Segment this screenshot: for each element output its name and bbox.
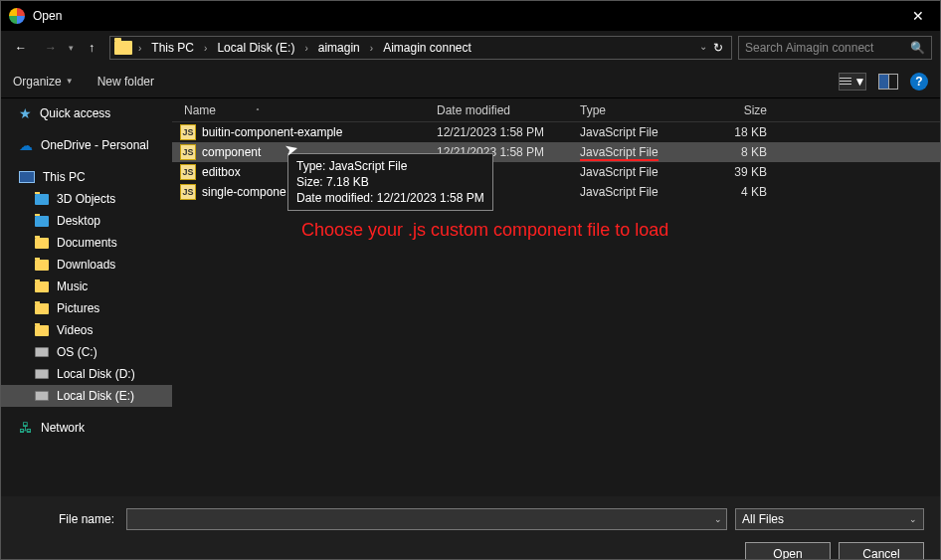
sidebar-quick-access[interactable]: ★Quick access bbox=[1, 102, 172, 124]
js-file-icon: JS bbox=[180, 164, 196, 180]
folder-icon bbox=[35, 325, 49, 336]
sidebar-documents[interactable]: Documents bbox=[1, 232, 172, 254]
cancel-button[interactable]: Cancel bbox=[839, 542, 924, 560]
folder-icon bbox=[35, 216, 49, 227]
folder-icon bbox=[35, 260, 49, 271]
file-tooltip: Type: JavaScript File Size: 7.18 KB Date… bbox=[287, 153, 493, 211]
forward-button[interactable]: → bbox=[39, 36, 63, 60]
network-icon: 🖧 bbox=[19, 420, 33, 436]
chrome-icon bbox=[9, 8, 25, 24]
sidebar-this-pc[interactable]: This PC bbox=[1, 166, 172, 188]
organize-menu[interactable]: Organize ▼ bbox=[13, 75, 74, 89]
folder-icon bbox=[35, 281, 49, 292]
star-icon: ★ bbox=[19, 105, 32, 121]
column-header-date[interactable]: Date modified bbox=[437, 103, 580, 117]
sidebar-onedrive[interactable]: ☁OneDrive - Personal bbox=[1, 134, 172, 156]
new-folder-label: New folder bbox=[97, 75, 154, 89]
drive-icon bbox=[35, 347, 49, 357]
sidebar-local-disk-d[interactable]: Local Disk (D:) bbox=[1, 363, 172, 385]
sidebar-desktop[interactable]: Desktop bbox=[1, 210, 172, 232]
search-placeholder: Search Aimagin connect bbox=[745, 41, 910, 55]
crumb-folder2[interactable]: Aimagin connect bbox=[379, 39, 475, 57]
folder-icon bbox=[35, 194, 49, 205]
annotation-text: Choose your .js custom component file to… bbox=[301, 220, 668, 241]
window-title: Open bbox=[33, 9, 895, 23]
sidebar-local-disk-e[interactable]: Local Disk (E:) bbox=[1, 385, 172, 407]
chevron-down-icon: ▼ bbox=[66, 77, 74, 86]
cloud-icon: ☁ bbox=[19, 137, 33, 153]
folder-icon bbox=[35, 238, 49, 249]
file-row[interactable]: JS buitin-component-example 12/21/2023 1… bbox=[172, 122, 940, 142]
column-header-name[interactable]: Name˄ bbox=[180, 103, 437, 117]
chevron-right-icon[interactable]: › bbox=[368, 43, 375, 54]
preview-pane-button[interactable] bbox=[878, 74, 898, 90]
sidebar: ★Quick access ☁OneDrive - Personal This … bbox=[1, 98, 172, 496]
filename-input[interactable]: ⌄ bbox=[126, 508, 727, 530]
new-folder-button[interactable]: New folder bbox=[97, 75, 154, 89]
sidebar-3d-objects[interactable]: 3D Objects bbox=[1, 188, 172, 210]
crumb-drive[interactable]: Local Disk (E:) bbox=[213, 39, 298, 57]
sidebar-network[interactable]: 🖧Network bbox=[1, 417, 172, 439]
pc-icon bbox=[19, 171, 35, 183]
sort-indicator-icon: ˄ bbox=[256, 107, 260, 116]
filename-label: File name: bbox=[17, 512, 118, 526]
chevron-right-icon[interactable]: › bbox=[136, 43, 143, 54]
js-file-icon: JS bbox=[180, 144, 196, 160]
js-file-icon: JS bbox=[180, 184, 196, 200]
close-button[interactable]: ✕ bbox=[895, 1, 940, 31]
up-button[interactable]: ↑ bbox=[80, 36, 103, 60]
chevron-down-icon: ▼ bbox=[854, 75, 866, 89]
drive-icon bbox=[35, 391, 49, 401]
breadcrumb[interactable]: › This PC › Local Disk (E:) › aimagin › … bbox=[109, 36, 732, 60]
drive-icon bbox=[35, 369, 49, 379]
file-list-area: Name˄ Date modified Type Size JS buitin-… bbox=[172, 98, 940, 496]
folder-icon bbox=[35, 303, 49, 314]
chevron-right-icon[interactable]: › bbox=[302, 43, 309, 54]
type-highlighted: JavaScript File bbox=[580, 145, 659, 161]
column-header-type[interactable]: Type bbox=[580, 103, 699, 117]
sidebar-videos[interactable]: Videos bbox=[1, 319, 172, 341]
crumb-this-pc[interactable]: This PC bbox=[147, 39, 198, 57]
sidebar-downloads[interactable]: Downloads bbox=[1, 254, 172, 276]
chevron-down-icon[interactable]: ⌄ bbox=[697, 41, 709, 55]
search-icon[interactable]: 🔍 bbox=[910, 41, 925, 55]
sidebar-os-c[interactable]: OS (C:) bbox=[1, 341, 172, 363]
column-header-size[interactable]: Size bbox=[699, 103, 779, 117]
search-input[interactable]: Search Aimagin connect 🔍 bbox=[738, 36, 932, 60]
recent-dropdown[interactable]: ▾ bbox=[69, 43, 74, 53]
open-button[interactable]: Open bbox=[745, 542, 831, 560]
refresh-icon[interactable]: ↻ bbox=[713, 41, 723, 55]
js-file-icon: JS bbox=[180, 124, 196, 140]
chevron-down-icon: ⌄ bbox=[909, 514, 917, 524]
help-button[interactable]: ? bbox=[910, 73, 928, 91]
sidebar-music[interactable]: Music bbox=[1, 276, 172, 297]
back-button[interactable]: ← bbox=[9, 36, 33, 60]
folder-icon bbox=[114, 41, 132, 55]
sidebar-pictures[interactable]: Pictures bbox=[1, 297, 172, 319]
crumb-folder1[interactable]: aimagin bbox=[314, 39, 364, 57]
view-options-button[interactable]: ▼ bbox=[839, 73, 866, 91]
organize-label: Organize bbox=[13, 75, 62, 89]
chevron-right-icon[interactable]: › bbox=[202, 43, 209, 54]
chevron-down-icon[interactable]: ⌄ bbox=[714, 514, 722, 524]
file-filter-select[interactable]: All Files ⌄ bbox=[735, 508, 924, 530]
